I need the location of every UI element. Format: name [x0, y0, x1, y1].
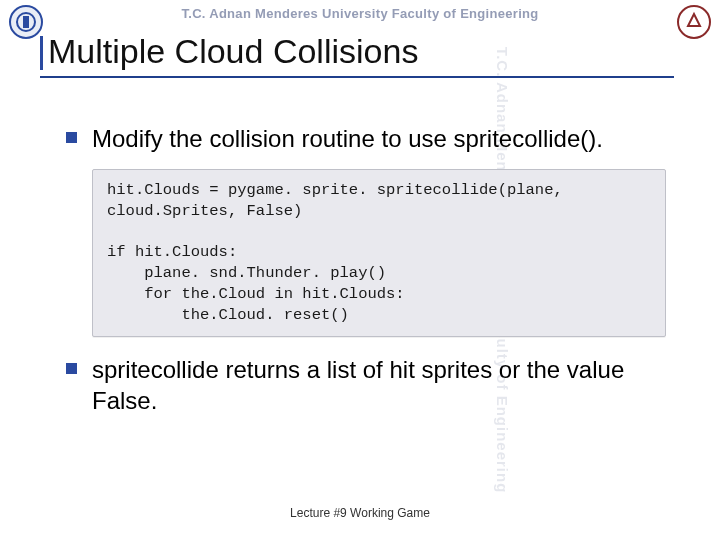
- top-bar: T.C. Adnan Menderes University Faculty o…: [0, 0, 720, 26]
- bullet-square-icon: [66, 132, 77, 143]
- bullet-item: Modify the collision routine to use spri…: [66, 124, 666, 155]
- page-title: Multiple Cloud Collisions: [48, 32, 418, 71]
- slide: T.C. Adnan Menderes University Faculty o…: [0, 0, 720, 540]
- bullet-text: Modify the collision routine to use spri…: [92, 124, 666, 155]
- svg-point-3: [678, 6, 710, 38]
- bullet-item: spritecollide returns a list of hit spri…: [66, 355, 666, 416]
- footer-text: Lecture #9 Working Game: [0, 506, 720, 520]
- bullet-square-icon: [66, 363, 77, 374]
- header-org-text: T.C. Adnan Menderes University Faculty o…: [0, 6, 720, 21]
- code-block: hit.Clouds = pygame. sprite. spritecolli…: [92, 169, 666, 337]
- title-accent-bar: [40, 36, 43, 70]
- title-underline: [40, 76, 674, 78]
- content-area: Modify the collision routine to use spri…: [66, 124, 666, 431]
- bullet-text: spritecollide returns a list of hit spri…: [92, 355, 666, 416]
- university-crest-right-icon: [676, 4, 712, 40]
